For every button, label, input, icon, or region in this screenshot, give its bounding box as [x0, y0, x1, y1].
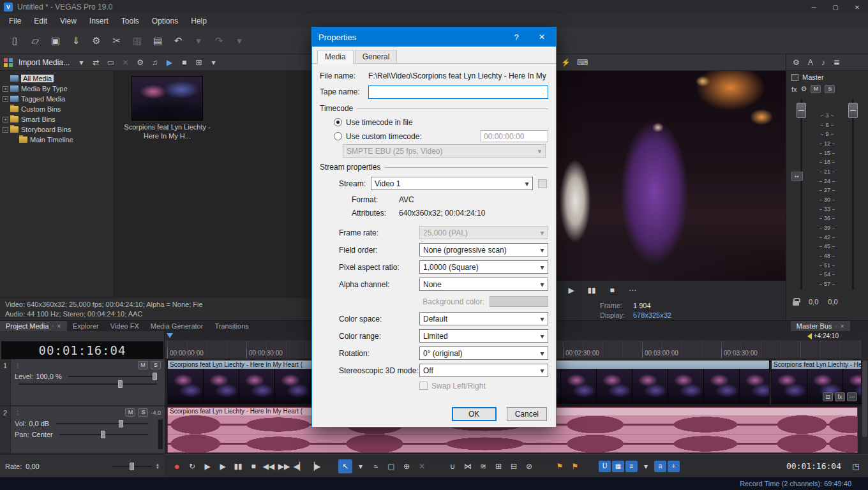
master-fader-right[interactable]: [852, 99, 854, 290]
downmix-output-button[interactable]: ▪▪: [791, 172, 803, 181]
render-as-icon[interactable]: ⇓: [68, 33, 84, 49]
menu-file[interactable]: File: [3, 17, 27, 26]
tree-item-all-media[interactable]: All Media: [0, 73, 113, 84]
tree-expander-icon[interactable]: +: [3, 96, 8, 102]
external-monitor-icon[interactable]: ⚡: [560, 56, 572, 68]
volume-slider[interactable]: [56, 423, 148, 424]
pixel-aspect-ratio-dropdown[interactable]: 1,0000 (Square): [419, 260, 548, 274]
track-grip-icon[interactable]: ⋮: [15, 410, 20, 416]
pan-slider-knob[interactable]: [101, 431, 105, 438]
insert-bus-icon[interactable]: A: [808, 58, 813, 67]
master-solo-button[interactable]: S: [825, 85, 835, 93]
tree-expander-icon[interactable]: +: [3, 86, 8, 92]
tree-item-tagged-media[interactable]: + Tagged Media: [0, 94, 113, 104]
tab-transitions[interactable]: Transitions: [209, 321, 254, 331]
redo-dropdown[interactable]: ▾: [231, 33, 248, 49]
tree-item-smart-bins[interactable]: + Smart Bins: [0, 114, 113, 124]
open-in-trimmer-button[interactable]: U: [599, 461, 611, 472]
background-color-swatch[interactable]: [490, 296, 548, 307]
volume-slider-knob[interactable]: [119, 420, 123, 427]
tab-master-bus[interactable]: Master Bus ▫ ✕: [791, 321, 850, 331]
preview-more-button[interactable]: ⋯: [627, 286, 638, 295]
menu-insert[interactable]: Insert: [83, 17, 115, 26]
event-pan-crop-button[interactable]: ⊡: [823, 392, 833, 401]
loop-playback-button[interactable]: ↻: [185, 459, 199, 473]
scrollbar-thumb[interactable]: [862, 360, 867, 437]
insert-region-button[interactable]: ⚑: [568, 459, 582, 473]
level-slider[interactable]: [68, 376, 157, 377]
media-item[interactable]: Scorpions feat Lyn Liechty - Here In My …: [119, 76, 216, 141]
swap-left-right-checkbox[interactable]: [419, 382, 428, 390]
tree-expander-icon[interactable]: +: [3, 117, 8, 122]
maximize-button[interactable]: ▢: [825, 0, 846, 14]
composite-slider[interactable]: [19, 383, 157, 385]
tree-expander-icon[interactable]: -: [3, 127, 8, 133]
fader-handle-left[interactable]: [797, 103, 806, 118]
timeline-time-display[interactable]: 00:01:16:04: [1, 341, 163, 359]
video-track-header[interactable]: 1 ⋮ M S Level: 100,0 %: [0, 359, 165, 406]
normal-edit-tool-button[interactable]: ↖: [338, 459, 352, 473]
event-fx-button[interactable]: fx: [835, 392, 845, 401]
preview-pause-button[interactable]: ▮▮: [586, 286, 597, 295]
expand-timeline-icon[interactable]: ◳: [849, 459, 863, 473]
undo-icon[interactable]: ↶: [170, 33, 186, 49]
track1-mute-button[interactable]: M: [138, 361, 148, 369]
import-dropdown[interactable]: ▾: [75, 56, 87, 68]
minimize-button[interactable]: ─: [803, 0, 825, 14]
rate-slider-knob[interactable]: [130, 463, 134, 470]
rate-slider[interactable]: [112, 466, 152, 467]
play-from-start-button[interactable]: ▶: [200, 459, 214, 473]
refresh-media-icon[interactable]: ⇄: [90, 56, 102, 68]
preview-play-button[interactable]: ▶: [565, 286, 577, 295]
field-order-dropdown[interactable]: None (progressive scan): [419, 243, 548, 256]
master-mute-button[interactable]: M: [811, 85, 821, 93]
dialog-title-bar[interactable]: Properties ? ✕: [312, 27, 556, 47]
cursor-marker-icon[interactable]: [167, 333, 173, 338]
lock-envelopes-button[interactable]: ⊟: [507, 459, 521, 473]
custom-timecode-input[interactable]: 00:00:00:00: [481, 130, 548, 142]
close-window-icon[interactable]: ✕: [57, 323, 61, 329]
envelope-edit-tool-button[interactable]: ≈: [369, 459, 383, 473]
view-dropdown[interactable]: ▾: [639, 459, 653, 473]
media-bins-icon[interactable]: [4, 58, 13, 67]
pan-slider[interactable]: [59, 434, 148, 435]
go-to-end-button[interactable]: ▶▶: [277, 459, 291, 473]
tab-media-generator[interactable]: Media Generator: [145, 321, 209, 331]
menu-options[interactable]: Options: [146, 17, 184, 26]
scripting-icon[interactable]: ⌨: [576, 56, 588, 68]
audio-track-header[interactable]: 2 ⋮ M S -4,0 Vol: 0,0 dB P: [0, 406, 165, 454]
media-views-icon[interactable]: ⊞: [193, 56, 205, 68]
timeline-vertical-scrollbar[interactable]: [862, 331, 868, 454]
copy-icon[interactable]: ▥: [129, 33, 146, 49]
track2-solo-button[interactable]: S: [138, 408, 148, 417]
preview-stop-icon[interactable]: ■: [178, 56, 190, 68]
track-grip-icon[interactable]: ⋮: [15, 362, 20, 369]
tree-item-media-by-type[interactable]: + Media By Type: [0, 84, 113, 94]
help-button[interactable]: ?: [505, 33, 528, 42]
previous-frame-button[interactable]: ◀▏: [292, 459, 306, 473]
lock-fader-icon[interactable]: [793, 301, 799, 306]
master-gear-icon[interactable]: ⚙: [801, 85, 807, 93]
tape-name-input[interactable]: [368, 85, 548, 99]
import-media-button[interactable]: Import Media...: [16, 58, 72, 67]
zoom-edit-tool-button[interactable]: ⊕: [400, 459, 414, 473]
ripple-edit-button[interactable]: ⊞: [491, 459, 505, 473]
tab-video-fx[interactable]: Video FX: [105, 321, 145, 331]
ok-button[interactable]: OK: [452, 407, 497, 421]
close-button[interactable]: ✕: [846, 0, 868, 14]
alpha-channel-dropdown[interactable]: None: [419, 278, 548, 291]
tree-item-custom-bins[interactable]: Custom Bins: [0, 104, 113, 114]
video-event[interactable]: Scorpions feat Lyn Liechty - Here In My …: [771, 360, 862, 405]
tree-item-main-timeline[interactable]: Main Timeline: [0, 135, 113, 145]
rotation-dropdown[interactable]: 0° (original): [419, 346, 548, 360]
redo-icon[interactable]: ↷: [211, 33, 227, 49]
multi-tool-button[interactable]: ✕: [415, 459, 429, 473]
go-to-start-button[interactable]: ◀◀: [262, 459, 276, 473]
save-project-icon[interactable]: ▣: [47, 33, 64, 49]
cancel-button[interactable]: Cancel: [507, 407, 547, 421]
capture-video-icon[interactable]: ▭: [105, 56, 117, 68]
stream-dropdown[interactable]: Video 1: [371, 177, 533, 190]
next-frame-button[interactable]: ▕▶: [308, 459, 322, 473]
timecode-format-dropdown[interactable]: SMPTE EBU (25 fps, Video): [343, 144, 546, 158]
tab-project-media[interactable]: Project Media ▫ ✕: [0, 321, 67, 331]
